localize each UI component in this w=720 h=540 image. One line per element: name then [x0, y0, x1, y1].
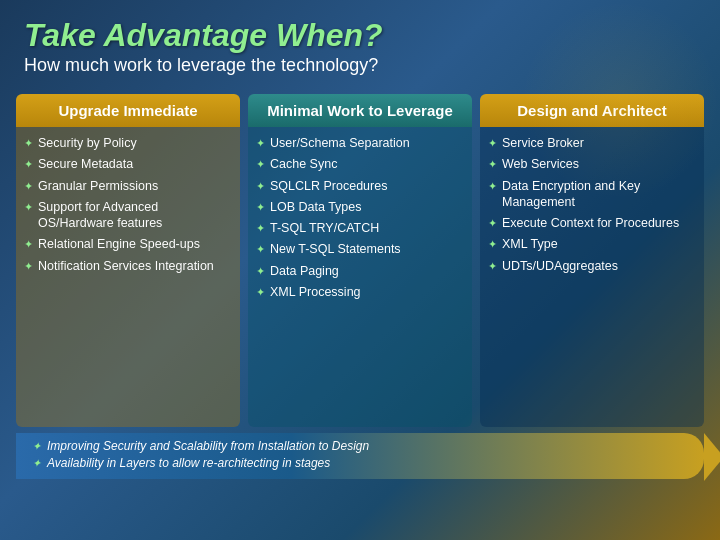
list-item: ✦Notification Services Integration: [24, 258, 232, 274]
bullet-star-icon: ✦: [24, 259, 33, 273]
list-item: ✦Cache Sync: [256, 156, 464, 172]
bullet-text: Service Broker: [502, 135, 696, 151]
footer-text: Availability in Layers to allow re-archi…: [47, 456, 330, 470]
col-header-design: Design and Architect: [480, 94, 704, 127]
list-item: ✦Granular Permissions: [24, 178, 232, 194]
bullet-text: Web Services: [502, 156, 696, 172]
bullet-star-icon: ✦: [24, 136, 33, 150]
bullet-star-icon: ✦: [488, 237, 497, 251]
bullet-star-icon: ✦: [488, 216, 497, 230]
list-item: ✦Security by Policy: [24, 135, 232, 151]
bullet-text: XML Processing: [270, 284, 464, 300]
bullet-star-icon: ✦: [24, 157, 33, 171]
bullet-star-icon: ✦: [24, 179, 33, 193]
list-item: ✦Data Paging: [256, 263, 464, 279]
bullet-star-icon: ✦: [256, 157, 265, 171]
bullet-text: Security by Policy: [38, 135, 232, 151]
col-body-upgrade: ✦Security by Policy✦Secure Metadata✦Gran…: [16, 127, 240, 427]
bullet-star-icon: ✦: [24, 237, 33, 251]
bullet-star-icon: ✦: [256, 242, 265, 256]
list-item: ✦Secure Metadata: [24, 156, 232, 172]
list-item: ✦XML Type: [488, 236, 696, 252]
bullet-star-icon: ✦: [256, 264, 265, 278]
bullet-star-icon: ✦: [488, 179, 497, 193]
bullet-text: Data Paging: [270, 263, 464, 279]
footer-text: Improving Security and Scalability from …: [47, 439, 369, 453]
main-title: Take Advantage When?: [24, 18, 696, 53]
bullet-text: Granular Permissions: [38, 178, 232, 194]
sub-title: How much work to leverage the technology…: [24, 55, 696, 76]
bullet-star-icon: ✦: [488, 157, 497, 171]
bullet-star-icon: ✦: [488, 259, 497, 273]
footer-star-icon: ✦: [32, 440, 41, 453]
bullet-star-icon: ✦: [24, 200, 33, 214]
bullet-text: User/Schema Separation: [270, 135, 464, 151]
col-header-minimal: Minimal Work to Leverage: [248, 94, 472, 127]
bullet-text: Relational Engine Speed-ups: [38, 236, 232, 252]
list-item: ✦XML Processing: [256, 284, 464, 300]
footer-star-icon: ✦: [32, 457, 41, 470]
list-item: ✦Data Encryption and Key Management: [488, 178, 696, 211]
bullet-text: Data Encryption and Key Management: [502, 178, 696, 211]
bullet-text: T-SQL TRY/CATCH: [270, 220, 464, 236]
bullet-star-icon: ✦: [256, 285, 265, 299]
bullet-text: LOB Data Types: [270, 199, 464, 215]
bullet-text: Secure Metadata: [38, 156, 232, 172]
bullet-star-icon: ✦: [256, 221, 265, 235]
list-item: ✦Relational Engine Speed-ups: [24, 236, 232, 252]
column-minimal: Minimal Work to Leverage ✦User/Schema Se…: [248, 94, 472, 427]
col-body-design: ✦Service Broker✦Web Services✦Data Encryp…: [480, 127, 704, 427]
list-item: ✦LOB Data Types: [256, 199, 464, 215]
list-item: ✦Execute Context for Procedures: [488, 215, 696, 231]
col-header-upgrade: Upgrade Immediate: [16, 94, 240, 127]
column-design: Design and Architect ✦Service Broker✦Web…: [480, 94, 704, 427]
bullet-text: XML Type: [502, 236, 696, 252]
list-item: ✦New T-SQL Statements: [256, 241, 464, 257]
bullet-star-icon: ✦: [488, 136, 497, 150]
bullet-text: SQLCLR Procedures: [270, 178, 464, 194]
bullet-text: UDTs/UDAggregates: [502, 258, 696, 274]
list-item: ✦Service Broker: [488, 135, 696, 151]
footer-section: ✦Improving Security and Scalability from…: [16, 433, 704, 479]
column-upgrade: Upgrade Immediate ✦Security by Policy✦Se…: [16, 94, 240, 427]
footer-list-item: ✦Improving Security and Scalability from…: [32, 439, 692, 453]
list-item: ✦Web Services: [488, 156, 696, 172]
list-item: ✦T-SQL TRY/CATCH: [256, 220, 464, 236]
columns-wrapper: Upgrade Immediate ✦Security by Policy✦Se…: [0, 86, 720, 431]
bullet-text: Support for Advanced OS/Hardware feature…: [38, 199, 232, 232]
list-item: ✦Support for Advanced OS/Hardware featur…: [24, 199, 232, 232]
bullet-text: New T-SQL Statements: [270, 241, 464, 257]
list-item: ✦User/Schema Separation: [256, 135, 464, 151]
bullet-text: Notification Services Integration: [38, 258, 232, 274]
list-item: ✦SQLCLR Procedures: [256, 178, 464, 194]
bullet-star-icon: ✦: [256, 179, 265, 193]
footer-list-item: ✦Availability in Layers to allow re-arch…: [32, 456, 692, 470]
col-body-minimal: ✦User/Schema Separation✦Cache Sync✦SQLCL…: [248, 127, 472, 427]
bullet-text: Cache Sync: [270, 156, 464, 172]
bullet-text: Execute Context for Procedures: [502, 215, 696, 231]
header-section: Take Advantage When? How much work to le…: [0, 0, 720, 86]
bullet-star-icon: ✦: [256, 200, 265, 214]
list-item: ✦UDTs/UDAggregates: [488, 258, 696, 274]
bullet-star-icon: ✦: [256, 136, 265, 150]
